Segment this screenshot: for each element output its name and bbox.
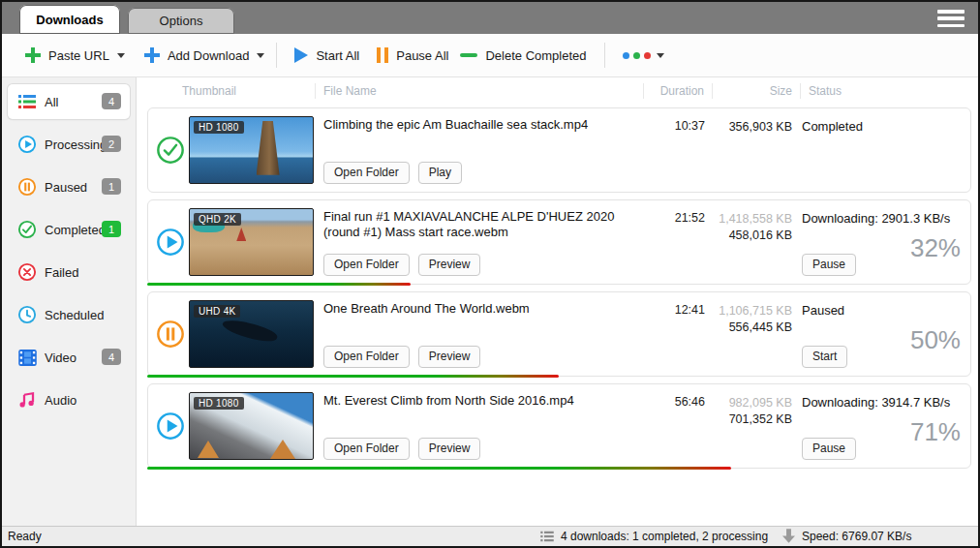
pause-circle-icon <box>17 177 37 197</box>
check-circle-icon <box>156 136 185 165</box>
pause-icon <box>377 47 388 63</box>
red-dot-icon <box>644 52 651 59</box>
status-ready-text: Ready <box>8 530 42 543</box>
sidebar-item-paused[interactable]: Paused 1 <box>8 169 130 204</box>
sidebar-item-label: Paused <box>45 180 87 195</box>
toolbar: Paste URL Add Download Start All Pause A… <box>2 34 978 77</box>
status-text: Paused <box>802 303 844 318</box>
tab-options-label: Options <box>160 14 203 28</box>
preview-button[interactable]: Preview <box>418 438 481 460</box>
play-button[interactable]: Play <box>418 162 462 184</box>
progress-bar <box>147 375 559 378</box>
app-window: Downloads Options Paste URL Add Download… <box>0 0 980 548</box>
start-button[interactable]: Start <box>802 346 847 368</box>
status-text: Downloading: 2901.3 KB/s <box>802 211 950 226</box>
video-thumbnail: HD 1080 <box>189 392 314 460</box>
plus-icon <box>25 47 41 63</box>
pause-circle-icon <box>156 320 185 349</box>
play-circle-icon <box>17 135 37 154</box>
download-row[interactable]: QHD 2K Final run #1 MAXIAVALANCHE ALPE D… <box>147 199 971 285</box>
count-badge: 1 <box>102 221 121 237</box>
sidebar-item-scheduled[interactable]: Scheduled <box>8 297 130 332</box>
count-badge: 2 <box>102 136 121 152</box>
start-all-label: Start All <box>316 48 359 63</box>
toolbar-separator <box>604 43 605 68</box>
sidebar-item-label: Processing <box>45 137 107 152</box>
open-folder-button[interactable]: Open Folder <box>323 254 410 276</box>
paste-url-caret-icon[interactable] <box>117 53 125 58</box>
paste-url-label: Paste URL <box>48 48 109 63</box>
sidebar-item-label: Audio <box>45 393 77 408</box>
hamburger-menu-icon[interactable] <box>937 10 965 27</box>
video-thumbnail: QHD 2K <box>189 208 314 276</box>
column-thumbnail[interactable]: Thumbnail <box>180 84 315 98</box>
quality-badge: QHD 2K <box>194 213 241 226</box>
down-arrow-icon <box>782 529 795 543</box>
file-name: Mt. Everest Climb from North Side 2016.m… <box>323 393 645 409</box>
size-total: 982,095 KB <box>729 396 792 410</box>
add-download-button[interactable]: Add Download <box>138 42 256 69</box>
blue-dot-icon <box>623 52 629 59</box>
progress-bar <box>147 283 411 286</box>
sidebar-item-audio[interactable]: Audio <box>8 382 130 417</box>
pause-button[interactable]: Pause <box>802 254 856 276</box>
sidebar-item-failed[interactable]: Failed <box>8 255 130 289</box>
tab-options[interactable]: Options <box>128 8 234 34</box>
sidebar-item-label: All <box>45 95 58 109</box>
downloads-panel: Thumbnail File Name Duration Size Status… <box>138 77 978 526</box>
start-all-button[interactable]: Start All <box>289 42 365 69</box>
play-icon <box>294 47 308 63</box>
count-badge: 4 <box>102 349 121 365</box>
more-actions-button[interactable] <box>617 46 670 65</box>
downloads-summary-text: 4 downloads: 1 completed, 2 processing <box>561 530 768 543</box>
count-badge: 4 <box>102 93 121 109</box>
download-row[interactable]: UHD 4K One Breath Around The World.webm … <box>147 291 971 377</box>
column-status[interactable]: Status <box>801 84 971 98</box>
delete-completed-label: Delete Completed <box>485 48 586 63</box>
quality-badge: UHD 4K <box>194 305 240 318</box>
sidebar-item-completed[interactable]: Completed 1 <box>8 212 130 247</box>
check-circle-icon <box>17 220 37 239</box>
play-circle-icon <box>156 228 185 257</box>
column-file-name[interactable]: File Name <box>316 84 643 98</box>
percent-label: 32% <box>910 233 961 263</box>
colored-list-icon <box>17 92 37 111</box>
sidebar-item-video[interactable]: Video 4 <box>8 340 130 375</box>
duration-value: 21:52 <box>645 208 705 276</box>
preview-button[interactable]: Preview <box>418 254 481 276</box>
statusbar: Ready 4 downloads: 1 completed, 2 proces… <box>2 526 978 546</box>
progress-bar <box>147 467 731 470</box>
toolbar-separator <box>276 43 277 68</box>
download-row[interactable]: HD 1080 Mt. Everest Climb from North Sid… <box>147 383 971 469</box>
download-row[interactable]: HD 1080 Climbing the epic Am Buachaille … <box>147 107 971 193</box>
speed-text: Speed: 6769.07 KB/s <box>802 530 911 543</box>
status-text: Downloading: 3914.7 KB/s <box>802 395 950 410</box>
file-name: Climbing the epic Am Buachaille sea stac… <box>323 117 645 133</box>
green-dot-icon <box>633 52 640 59</box>
column-duration[interactable]: Duration <box>644 84 704 98</box>
open-folder-button[interactable]: Open Folder <box>323 438 410 460</box>
status-text: Completed <box>802 119 863 134</box>
preview-button[interactable]: Preview <box>418 346 481 368</box>
sidebar-item-label: Scheduled <box>45 308 104 322</box>
open-folder-button[interactable]: Open Folder <box>323 346 410 368</box>
paste-url-button[interactable]: Paste URL <box>19 42 115 69</box>
pause-button[interactable]: Pause <box>802 438 856 460</box>
plus-icon <box>144 47 160 63</box>
file-name: Final run #1 MAXIAVALANCHE ALPE D'HUEZ 2… <box>323 209 645 240</box>
open-folder-button[interactable]: Open Folder <box>323 162 410 184</box>
size-total: 1,418,558 KB <box>719 212 792 226</box>
size-downloaded: 556,445 KB <box>729 320 792 334</box>
quality-badge: HD 1080 <box>194 121 244 134</box>
tab-downloads[interactable]: Downloads <box>19 5 120 34</box>
duration-value: 12:41 <box>645 300 705 368</box>
column-size[interactable]: Size <box>713 84 800 98</box>
sidebar-item-processing[interactable]: Processing 2 <box>8 127 130 162</box>
delete-completed-button[interactable]: Delete Completed <box>454 43 592 69</box>
sidebar-item-label: Completed <box>45 223 106 237</box>
sidebar-item-all[interactable]: All 4 <box>8 84 130 119</box>
pause-all-button[interactable]: Pause All <box>371 42 454 69</box>
size-total: 356,903 KB <box>729 120 792 134</box>
add-download-caret-icon[interactable] <box>257 53 264 58</box>
size-total: 1,106,715 KB <box>719 304 792 318</box>
